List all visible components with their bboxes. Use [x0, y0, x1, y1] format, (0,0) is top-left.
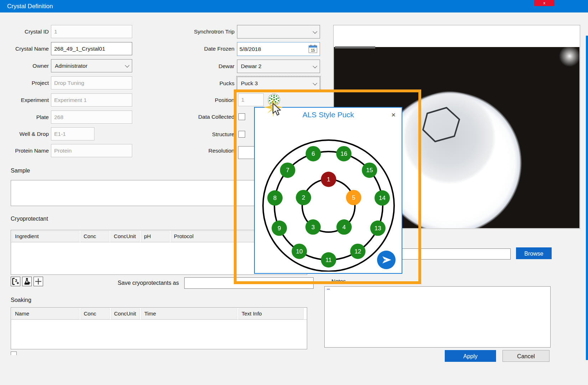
save-cryoprotectants-label: Save cryoprotectants as: [100, 277, 179, 289]
copy-cryo-button[interactable]: 3: [11, 277, 20, 286]
column-header-textinfo[interactable]: Text Info: [238, 308, 304, 319]
experiment-label: Experiment: [4, 93, 49, 107]
puck-apply-arrow-button[interactable]: [377, 251, 396, 269]
structure-label: Structure: [171, 128, 234, 141]
dewar-value: Dewar 2: [241, 63, 262, 70]
plate-field[interactable]: [51, 111, 132, 124]
clipped-checkbox[interactable]: [11, 351, 17, 355]
pucks-dropdown[interactable]: Puck 3: [237, 77, 320, 90]
column-header-ph[interactable]: pH: [141, 231, 170, 242]
puck-slot-13[interactable]: 13: [370, 221, 386, 236]
apply-button[interactable]: Apply: [445, 350, 496, 362]
window-close-button[interactable]: x: [534, 0, 555, 6]
dewar-label: Dewar: [171, 60, 234, 73]
date-frozen-value: 5/8/2018: [239, 46, 261, 52]
chevron-down-icon: [313, 63, 318, 68]
soaking-section-label: Soaking: [11, 297, 31, 303]
experiment-field[interactable]: [51, 93, 132, 107]
position-field[interactable]: [238, 93, 264, 106]
date-frozen-label: Date Frozen: [171, 42, 234, 55]
puck-slot-6[interactable]: 6: [306, 146, 321, 161]
chevron-down-icon: [313, 81, 318, 85]
soaking-table[interactable]: Name Conc ConcUnit Time Text Info: [11, 307, 307, 349]
puck-popup-close-icon[interactable]: ×: [390, 111, 397, 119]
puck-slot-16[interactable]: 16: [336, 146, 351, 161]
svg-text:8: 8: [273, 195, 277, 201]
add-row-button[interactable]: [33, 277, 43, 286]
puck-slot-3[interactable]: 3: [305, 219, 321, 235]
notes-label: Notes: [331, 278, 346, 284]
chevron-down-icon: [125, 63, 130, 68]
svg-text:16: 16: [340, 150, 347, 157]
crystal-name-field[interactable]: [51, 42, 132, 55]
save-cryoprotectants-input[interactable]: [184, 277, 314, 289]
svg-text:15: 15: [366, 167, 373, 174]
protein-name-field[interactable]: [51, 144, 132, 157]
svg-text:1: 1: [327, 176, 330, 183]
date-frozen-field[interactable]: 5/8/2018 15: [237, 42, 320, 56]
column-header-conc[interactable]: Conc: [81, 308, 110, 319]
puck-diagram[interactable]: 12345678910111213141516: [255, 118, 402, 272]
svg-text:3: 3: [15, 278, 17, 283]
puck-slot-9[interactable]: 9: [272, 221, 287, 236]
puck-slot-2[interactable]: 2: [296, 190, 311, 205]
svg-text:11: 11: [325, 257, 332, 263]
structure-checkbox[interactable]: [238, 131, 245, 138]
svg-text:12: 12: [355, 248, 361, 255]
window-titlebar: Crystal Definition: [0, 0, 588, 12]
data-collected-label: Data Collected: [171, 110, 234, 123]
crystal-id-label: Crystal ID: [4, 25, 49, 38]
column-header-conc[interactable]: Conc: [81, 231, 110, 242]
background-window-edge: [586, 36, 588, 360]
calendar-icon[interactable]: 15: [308, 45, 318, 53]
soaking-table-header: Name Conc ConcUnit Time Text Info: [11, 308, 307, 320]
puck-slot-7[interactable]: 7: [280, 163, 295, 178]
dewar-dropdown[interactable]: Dewar 2: [237, 60, 320, 73]
svg-text:9: 9: [278, 225, 281, 232]
puck-slot-15[interactable]: 15: [362, 163, 377, 178]
well-drop-field[interactable]: [51, 127, 94, 140]
puck-slot-8[interactable]: 8: [267, 190, 283, 206]
svg-text:2: 2: [302, 194, 305, 201]
browse-button[interactable]: Browse: [516, 247, 552, 259]
column-header-name[interactable]: Name: [12, 308, 79, 319]
svg-text:13: 13: [375, 225, 381, 232]
svg-text:10: 10: [296, 248, 303, 255]
svg-text:7: 7: [286, 167, 289, 174]
mouse-cursor: [272, 103, 284, 117]
puck-slot-10[interactable]: 10: [292, 243, 307, 259]
flask-plus-icon: [23, 278, 31, 285]
crystal-name-label: Crystal Name: [4, 42, 49, 55]
svg-text:6: 6: [311, 150, 315, 157]
svg-text:5: 5: [352, 194, 355, 201]
svg-text:15: 15: [311, 48, 315, 52]
column-header-ingredient[interactable]: Ingredient: [12, 231, 79, 242]
puck-slot-12[interactable]: 12: [350, 243, 366, 259]
svg-text:14: 14: [379, 195, 386, 201]
synchrotron-trip-dropdown[interactable]: [237, 25, 320, 38]
synchrotron-trip-label: Synchrotron Trip: [171, 25, 234, 38]
column-header-time[interactable]: Time: [141, 308, 237, 319]
puck-slot-4[interactable]: 4: [336, 219, 352, 235]
puck-ring: [263, 140, 394, 271]
owner-label: Owner: [4, 59, 49, 72]
well-drop-label: Well & Drop: [4, 127, 49, 140]
column-header-concunit[interactable]: ConcUnit: [111, 308, 140, 319]
puck-slot-14[interactable]: 14: [375, 190, 390, 206]
cancel-button[interactable]: Cancel: [502, 350, 550, 362]
crystal-id-field[interactable]: [51, 25, 132, 38]
svg-text:4: 4: [342, 224, 346, 231]
puck-slot-1[interactable]: 1: [321, 172, 336, 187]
pucks-label: Pucks: [171, 77, 234, 90]
column-header-concunit[interactable]: ConcUnit: [110, 231, 140, 242]
project-field[interactable]: [51, 76, 132, 89]
data-collected-checkbox[interactable]: [238, 113, 245, 120]
puck-slot-11[interactable]: 11: [321, 252, 336, 268]
puck-slot-5[interactable]: 5: [346, 190, 361, 205]
window-title: Crystal Definition: [7, 3, 53, 10]
owner-dropdown[interactable]: Administrator: [51, 59, 132, 72]
add-chemical-button[interactable]: [22, 277, 32, 286]
notes-textarea[interactable]: [324, 286, 551, 348]
pucks-value: Puck 3: [241, 80, 258, 87]
project-label: Project: [4, 76, 49, 89]
